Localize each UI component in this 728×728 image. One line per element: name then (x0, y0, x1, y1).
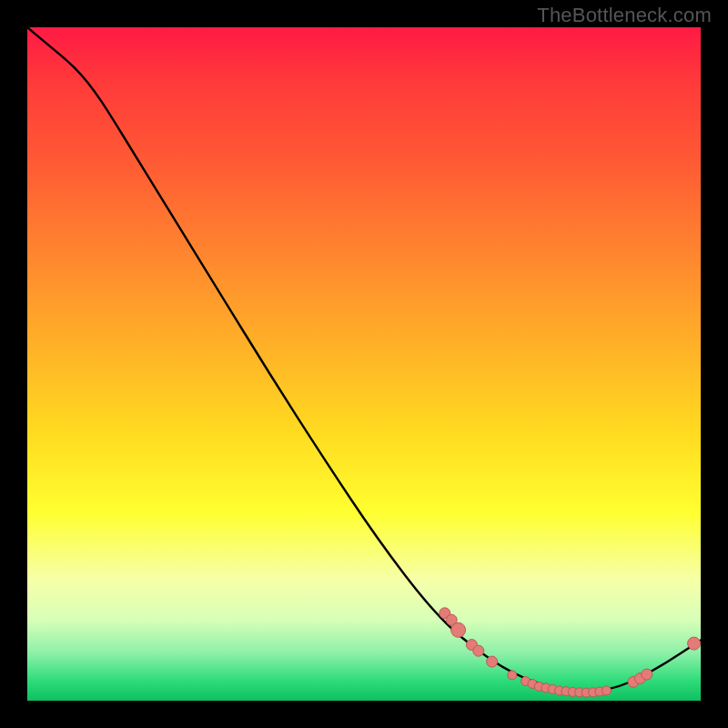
chart-overlay (27, 27, 701, 701)
bottleneck-curve (27, 27, 701, 692)
data-markers (440, 608, 701, 697)
data-marker (451, 622, 466, 637)
watermark-text: TheBottleneck.com (537, 4, 712, 27)
data-marker (688, 637, 701, 650)
data-marker (602, 686, 611, 695)
data-marker (487, 656, 498, 667)
data-marker (473, 645, 484, 656)
data-marker (642, 669, 652, 680)
data-marker (508, 671, 517, 680)
plot-area (27, 27, 701, 701)
chart-frame: TheBottleneck.com (0, 0, 728, 728)
